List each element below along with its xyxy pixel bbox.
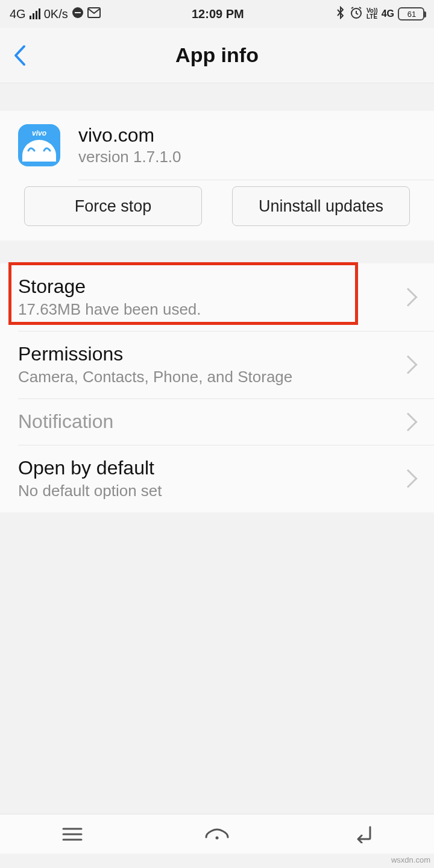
app-header-block: vivo vivo.com version 1.7.1.0 Force stop… xyxy=(0,111,434,241)
network2-label: 4G xyxy=(382,8,394,19)
storage-item[interactable]: Storage 17.63MB have been used. xyxy=(0,263,434,331)
svg-point-7 xyxy=(216,836,219,839)
section-gap xyxy=(0,241,434,263)
app-icon-brand: vivo xyxy=(32,129,46,137)
nav-bar xyxy=(0,814,434,854)
storage-title: Storage xyxy=(18,275,401,298)
action-buttons: Force stop Uninstall updates xyxy=(0,180,434,226)
dnd-icon xyxy=(72,7,84,22)
page-title: App info xyxy=(0,43,434,67)
open-default-sub: No default option set xyxy=(18,482,401,500)
battery-level: 61 xyxy=(407,10,416,19)
header: App info xyxy=(0,28,434,83)
app-icon-face xyxy=(22,140,56,162)
notification-item[interactable]: Notification xyxy=(0,398,434,445)
lte-label: LTE xyxy=(366,14,378,20)
network-speed: 0K/s xyxy=(44,7,68,21)
chevron-right-icon xyxy=(398,355,417,374)
svg-rect-1 xyxy=(75,12,81,13)
app-name: vivo.com xyxy=(78,124,417,146)
open-by-default-item[interactable]: Open by default No default option set xyxy=(0,445,434,512)
chevron-right-icon xyxy=(398,412,417,431)
permissions-item[interactable]: Permissions Camera, Contacts, Phone, and… xyxy=(0,331,434,398)
status-bar: 4G 0K/s 12:09 PM Vo)) LTE 4G 61 xyxy=(0,0,434,28)
status-time: 12:09 PM xyxy=(192,7,244,21)
storage-sub: 17.63MB have been used. xyxy=(18,300,401,319)
app-version: version 1.7.1.0 xyxy=(78,148,417,166)
permissions-title: Permissions xyxy=(18,343,401,365)
app-icon: vivo xyxy=(18,124,60,166)
home-button[interactable] xyxy=(181,814,253,854)
bluetooth-icon xyxy=(335,6,346,22)
network-label: 4G xyxy=(10,7,26,21)
message-icon xyxy=(87,7,101,21)
status-left: 4G 0K/s xyxy=(10,7,101,22)
back-nav-button[interactable] xyxy=(326,814,398,854)
battery-icon: 61 xyxy=(398,7,424,20)
open-default-title: Open by default xyxy=(18,457,401,479)
app-row: vivo vivo.com version 1.7.1.0 xyxy=(0,117,434,175)
notification-title: Notification xyxy=(18,410,401,433)
settings-list: Storage 17.63MB have been used. Permissi… xyxy=(0,263,434,512)
uninstall-updates-button[interactable]: Uninstall updates xyxy=(232,186,410,226)
back-button[interactable] xyxy=(0,28,39,83)
status-right: Vo)) LTE 4G 61 xyxy=(335,6,424,22)
force-stop-button[interactable]: Force stop xyxy=(24,186,202,226)
section-gap xyxy=(0,83,434,111)
permissions-sub: Camera, Contacts, Phone, and Storage xyxy=(18,368,401,386)
chevron-right-icon xyxy=(398,469,417,488)
chevron-right-icon xyxy=(398,288,417,306)
alarm-icon xyxy=(350,6,363,22)
recents-button[interactable] xyxy=(36,814,108,854)
watermark: wsxdn.com xyxy=(391,855,430,864)
signal-icon xyxy=(30,8,40,19)
